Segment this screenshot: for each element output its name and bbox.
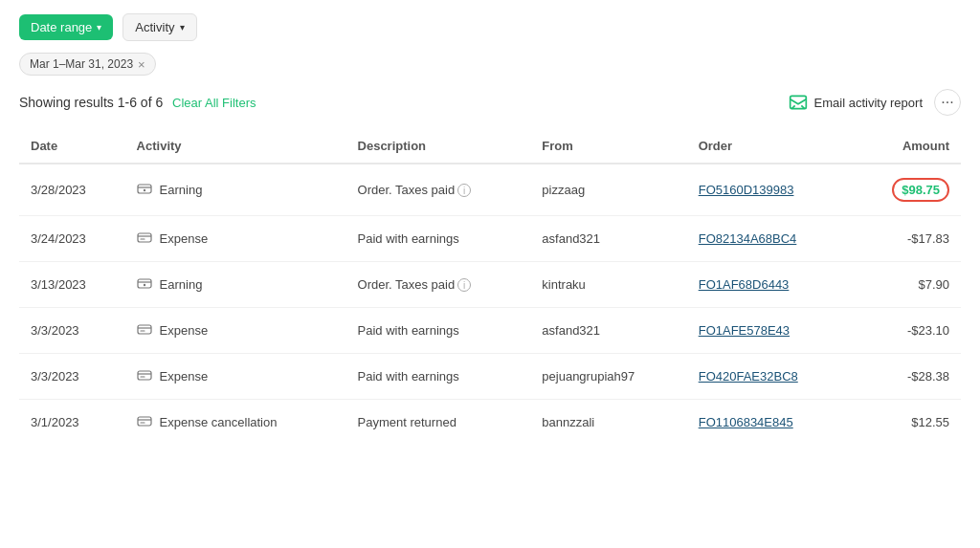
results-row: Showing results 1-6 of 6 Clear All Filte…: [19, 89, 961, 116]
col-activity: Activity: [125, 129, 346, 164]
expense-icon: [137, 230, 152, 248]
col-amount: Amount: [853, 129, 961, 164]
activity-type-label: Earning: [160, 277, 203, 292]
cell-from: asfand321: [530, 216, 686, 262]
date-range-tag: Mar 1–Mar 31, 2023 ×: [19, 53, 156, 76]
expense-icon: [137, 321, 152, 340]
order-link[interactable]: FO82134A68BC4: [699, 231, 797, 246]
cell-order: FO1AFE578E43: [687, 308, 853, 354]
email-report-button[interactable]: Email activity report: [789, 93, 923, 112]
cell-date: 3/1/2023: [19, 400, 125, 446]
email-report-label: Email activity report: [814, 96, 923, 110]
col-order: Order: [687, 129, 853, 164]
cell-description: Payment returned: [346, 400, 531, 446]
cell-activity: Earning: [125, 262, 346, 308]
cell-date: 3/24/2023: [19, 216, 125, 262]
cell-order: FO420FAE32BC8: [687, 354, 853, 400]
table-header-row: Date Activity Description From Order Amo…: [19, 129, 961, 164]
cell-from: asfand321: [530, 308, 686, 354]
chevron-down-icon: ▾: [97, 22, 101, 33]
chevron-down-icon: ▾: [180, 22, 185, 33]
order-link[interactable]: FO420FAE32BC8: [699, 369, 798, 384]
cell-activity: Expense: [125, 216, 346, 262]
table-row: 3/24/2023 ExpensePaid with earningsasfan…: [19, 216, 961, 262]
svg-point-7: [143, 284, 145, 286]
cell-from: bannzzali: [530, 400, 686, 446]
table-row: 3/3/2023 ExpensePaid with earningsasfand…: [19, 308, 961, 354]
svg-rect-5: [138, 233, 151, 242]
cell-order: FO1106834E845: [687, 400, 853, 446]
activity-type-label: Expense: [160, 369, 209, 384]
info-icon[interactable]: i: [457, 278, 471, 292]
more-options-button[interactable]: ···: [934, 89, 961, 116]
amount-highlighted: $98.75: [892, 178, 949, 202]
clear-all-filters-link[interactable]: Clear All Filters: [172, 96, 256, 110]
filters-row: Date range ▾ Activity ▾: [19, 13, 961, 41]
order-link[interactable]: FO1AFE578E43: [699, 323, 790, 338]
cell-date: 3/3/2023: [19, 308, 125, 354]
activity-table: Date Activity Description From Order Amo…: [19, 129, 961, 445]
cell-description: Order. Taxes paidi: [346, 262, 531, 308]
cell-from: pizzaag: [530, 164, 686, 216]
table-row: 3/3/2023 ExpensePaid with earningspejuan…: [19, 354, 961, 400]
date-range-filter-button[interactable]: Date range ▾: [19, 14, 113, 40]
cell-date: 3/28/2023: [19, 164, 125, 216]
cell-date: 3/13/2023: [19, 262, 125, 308]
cell-activity: Expense cancellation: [125, 400, 346, 446]
results-summary: Showing results 1-6 of 6 Clear All Filte…: [19, 95, 256, 110]
order-link[interactable]: FO1AF68D6443: [699, 277, 790, 292]
activity-filter-button[interactable]: Activity ▾: [122, 13, 196, 41]
remove-date-filter-button[interactable]: ×: [138, 58, 145, 71]
showing-text: Showing results 1-6 of 6: [19, 95, 163, 110]
col-date: Date: [19, 129, 125, 164]
activity-type-label: Expense cancellation: [160, 415, 278, 429]
cell-amount: $98.75: [853, 164, 961, 216]
table-row: 3/28/2023 EarningOrder. Taxes paidipizza…: [19, 164, 961, 216]
right-actions: Email activity report ···: [789, 89, 961, 116]
cell-order: FO1AF68D6443: [687, 262, 853, 308]
table-row: 3/13/2023 EarningOrder. Taxes paidikintr…: [19, 262, 961, 308]
cell-activity: Expense: [125, 308, 346, 354]
cell-description: Order. Taxes paidi: [346, 164, 531, 216]
info-icon[interactable]: i: [457, 184, 471, 197]
activity-type-label: Expense: [160, 231, 209, 246]
table-row: 3/1/2023 Expense cancellationPayment ret…: [19, 400, 961, 446]
cell-amount: $7.90: [853, 262, 961, 308]
col-from: From: [530, 129, 686, 164]
cell-from: kintraku: [530, 262, 686, 308]
cell-description: Paid with earnings: [346, 354, 531, 400]
svg-rect-3: [138, 185, 151, 193]
earning-icon: [137, 275, 152, 294]
activity-label: Activity: [135, 20, 174, 34]
active-filters-row: Mar 1–Mar 31, 2023 ×: [19, 53, 961, 76]
svg-rect-9: [138, 371, 151, 380]
cell-description: Paid with earnings: [346, 308, 531, 354]
col-description: Description: [346, 129, 531, 164]
expense-icon: [137, 413, 152, 431]
activity-type-label: Earning: [160, 183, 203, 197]
cell-description: Paid with earnings: [346, 216, 531, 262]
cell-order: FO82134A68BC4: [687, 216, 853, 262]
svg-point-4: [143, 189, 145, 191]
cell-activity: Earning: [125, 164, 346, 216]
date-range-tag-label: Mar 1–Mar 31, 2023: [30, 57, 133, 71]
cell-order: FO5160D139983: [687, 164, 853, 216]
expense-icon: [137, 367, 152, 385]
order-link[interactable]: FO1106834E845: [699, 415, 793, 429]
page-container: Date range ▾ Activity ▾ Mar 1–Mar 31, 20…: [0, 0, 980, 548]
activity-type-label: Expense: [160, 323, 209, 338]
cell-amount: $12.55: [853, 400, 961, 446]
svg-rect-6: [138, 279, 151, 288]
svg-rect-10: [138, 417, 151, 426]
order-link[interactable]: FO5160D139983: [699, 183, 794, 197]
cell-from: pejuangrupiah97: [530, 354, 686, 400]
cell-activity: Expense: [125, 354, 346, 400]
earning-icon: [137, 181, 152, 199]
cell-amount: -$17.83: [853, 216, 961, 262]
email-icon: [789, 93, 808, 112]
cell-amount: -$23.10: [853, 308, 961, 354]
cell-amount: -$28.38: [853, 354, 961, 400]
cell-date: 3/3/2023: [19, 354, 125, 400]
svg-rect-8: [138, 325, 151, 334]
date-range-label: Date range: [31, 20, 92, 34]
